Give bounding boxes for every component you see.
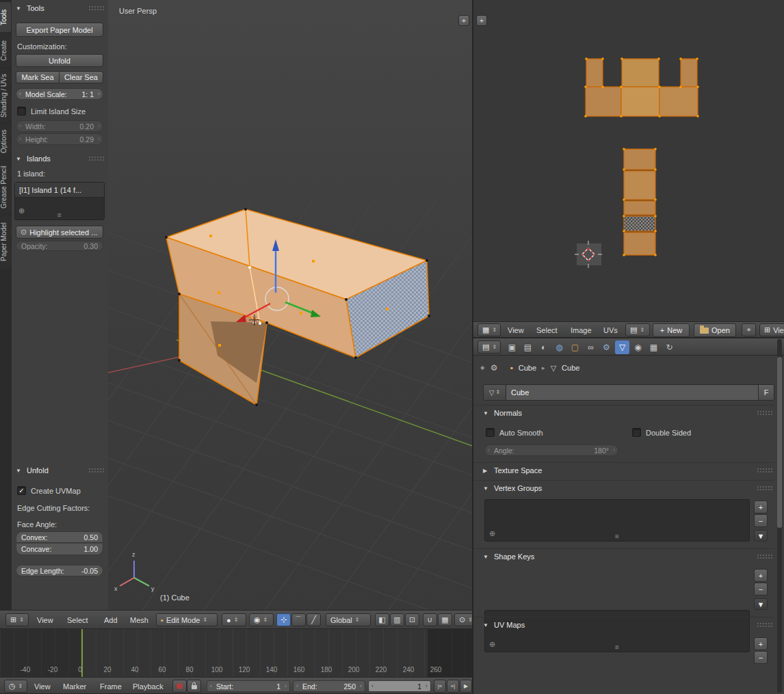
area-split-corner-left[interactable]: + [458,15,469,26]
timeline-band[interactable]: -40 -20 0 20 40 60 80 100 120 140 160 18… [0,629,472,677]
tab-object-data[interactable]: ▽ [615,341,629,354]
width-field[interactable]: ‹ Width: 0.20 › [16,120,103,132]
limit-island-size-checkbox[interactable] [17,107,26,116]
island-list-item[interactable]: [I1] Island 1 (14 f... [15,183,104,198]
manipulator-translate-toggle[interactable]: ⊹ [276,613,291,626]
tab-material[interactable]: ◉ [631,341,645,354]
timeline-menu-frame[interactable]: Frame [96,678,126,694]
vertex-groups-list[interactable]: ⊕ ≡ [484,499,750,542]
chevron-left-icon[interactable]: ‹ [296,683,298,689]
uv-menu-uvs[interactable]: UVs [599,322,622,338]
auto-smooth-checkbox[interactable] [486,428,495,437]
panel-grip[interactable] [88,156,105,161]
tab-texture[interactable]: ▦ [646,341,661,354]
shape-key-remove-button[interactable]: − [754,583,768,596]
breadcrumb-data[interactable]: Cube [562,364,579,372]
tab-grease-pencil[interactable]: Grease Pencil [0,161,11,214]
angle-field[interactable]: ‹ Angle: 180° › [484,444,618,456]
panel-grip[interactable] [757,485,773,491]
uv-maps-panel-header[interactable]: ▼ UV Maps [483,621,773,629]
viewport-menu-view[interactable]: View [33,611,57,630]
timeline-menu-marker[interactable]: Marker [59,678,90,694]
properties-scrollbar[interactable] [777,339,782,693]
panel-grip[interactable] [757,468,773,473]
add-item-icon[interactable]: ⊕ [489,529,495,538]
end-frame-field[interactable]: ‹ End: 250 › [293,680,365,692]
unfold-panel-header[interactable]: ▼ Unfold [16,466,105,475]
manipulator-scale-toggle[interactable]: ╱ [306,613,321,626]
lock-button[interactable] [187,680,201,693]
panel-grip[interactable] [88,5,105,11]
open-image-button[interactable]: Open [694,323,736,337]
draw-mode-dropdown[interactable]: ● ⇕ [222,613,246,626]
viewport-3d[interactable]: z y x User Persp (1) Cube + [108,0,472,610]
timeline-menu-view[interactable]: View [30,678,55,694]
panel-grip[interactable] [757,622,773,628]
chevron-left-icon[interactable]: ‹ [210,683,212,689]
breadcrumb-object[interactable]: Cube [519,364,536,372]
uv-map-add-button[interactable]: + [754,637,768,650]
image-browse-dropdown[interactable]: ▤ ⇕ [625,323,650,336]
datablock-name-input[interactable]: Cube [506,385,758,400]
tab-render-layers[interactable]: ▤ [521,341,535,354]
double-sided-checkbox[interactable] [632,428,641,437]
start-frame-field[interactable]: ‹ Start: 1 › [207,680,290,692]
height-field[interactable]: ‹ Height: 0.29 › [16,133,103,145]
uv-editor-type-button[interactable]: ▦ ⇕ [478,323,501,336]
list-resize-handle[interactable]: ≡ [615,533,619,540]
highlight-selected-toggle[interactable]: ⊙ Highlight selected ... [16,226,103,239]
tab-scene[interactable]: ◐ [536,341,551,354]
viewport-canvas[interactable]: z y x [108,0,472,610]
previous-keyframe-button[interactable]: «| [447,680,459,693]
fake-user-button[interactable]: F [758,385,774,400]
jump-to-start-button[interactable]: |« [434,680,446,693]
chevron-right-icon[interactable]: › [360,683,362,689]
properties-editor-type-button[interactable]: ▤ ⇕ [478,341,501,353]
concave-field[interactable]: Concave: 1.00 [16,544,103,555]
uv-canvas[interactable] [473,0,784,321]
chevron-left-icon[interactable]: ‹ [19,91,21,97]
play-button[interactable]: ▶ [460,680,472,693]
panel-grip[interactable] [757,554,773,559]
uv-menu-view[interactable]: View [504,322,528,338]
vertex-group-remove-button[interactable]: − [754,514,768,527]
datablock-browse-button[interactable]: ▽ ⇕ [484,385,506,400]
chevron-right-icon[interactable]: › [426,683,428,689]
chevron-right-icon[interactable]: › [98,136,100,142]
tab-paper-model[interactable]: Paper Model [0,215,11,269]
chevron-left-icon[interactable]: ‹ [488,447,490,453]
wrench-icon[interactable]: ⚙ [491,363,498,373]
tab-shading-uvs[interactable]: Shading / UVs [0,69,11,122]
pivot-dropdown[interactable]: ◉ ⇕ [249,613,274,626]
shape-keys-panel-header[interactable]: ▼ Shape Keys [483,552,773,561]
uv-map-remove-button[interactable]: − [754,651,768,664]
area-split-corner-right[interactable]: + [476,15,487,26]
mode-dropdown[interactable]: ▪ Edit Mode ⇕ [156,613,218,626]
chevron-right-icon[interactable]: › [285,683,287,689]
editor-type-button[interactable]: ⊞ ⇕ [5,613,29,626]
add-island-icon[interactable]: ⊕ [18,206,25,215]
pin-icon[interactable]: ⌖ [480,363,485,373]
tab-physics[interactable]: ↻ [662,341,677,354]
tab-constraints[interactable]: ∞ [584,341,598,354]
manipulator-rotate-toggle[interactable]: ⌒ [291,613,306,626]
layer-toggle-3[interactable]: ⊡ [405,613,419,626]
current-frame-field[interactable]: ‹ 1 › [368,680,431,692]
model-scale-field[interactable]: ‹ Model Scale: 1: 1 › [16,88,103,100]
viewport-menu-select[interactable]: Select [63,611,92,630]
chevron-left-icon[interactable]: ‹ [19,123,21,129]
shape-key-specials-button[interactable]: ▼ [754,598,768,610]
shape-key-add-button[interactable]: + [754,569,768,582]
timeline-menu-playback[interactable]: Playback [129,678,168,694]
uv-menu-image[interactable]: Image [566,322,596,338]
tab-options[interactable]: Options [0,124,11,159]
chevron-right-icon[interactable]: › [98,91,100,97]
chevron-right-icon[interactable]: › [613,447,615,453]
panel-grip[interactable] [757,410,773,416]
panel-grip[interactable] [88,468,105,473]
vertex-groups-panel-header[interactable]: ▼ Vertex Groups [483,484,773,492]
vertex-group-add-button[interactable]: + [754,501,768,513]
timeline-editor-type-button[interactable]: ◷ ⇕ [4,680,27,693]
tab-render[interactable]: ▣ [505,341,519,354]
orientation-dropdown[interactable]: Global ⇕ [326,613,371,626]
